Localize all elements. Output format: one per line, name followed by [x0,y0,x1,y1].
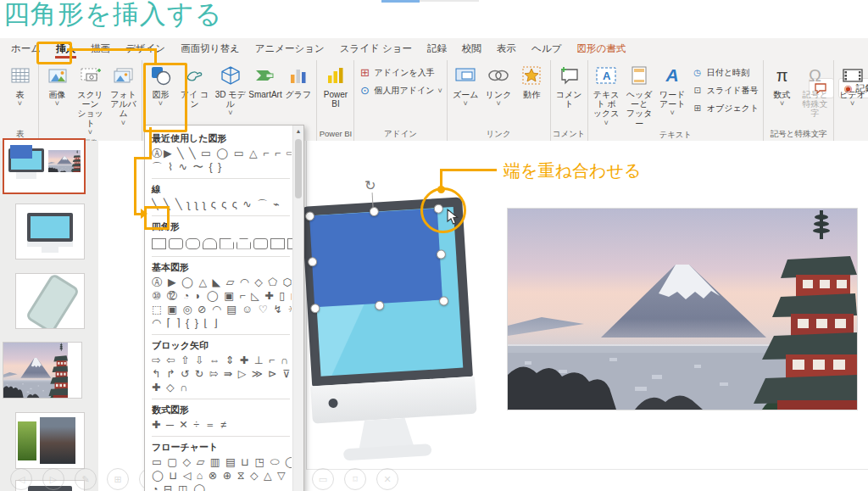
shapes-row[interactable]: ⑩ ⑫ ◔ ◗ ◯ ▣ ⌐ ◺ ✚ ▯ ◻ ▢ [152,289,292,303]
rotation-handle[interactable]: ↻ [364,177,376,194]
selected-rectangle-shape[interactable]: ↻ [309,208,443,309]
thumbnail-photo [3,343,68,398]
shapes-row[interactable]: ⌒ ⌇ ∿ 〜 { } [152,160,292,174]
shapes-row[interactable]: ⬚ ▣ ◎ ⊘ ◠ ▤ ☺ ♡ ↯ ☀ ☾ ☁ [152,303,292,316]
chevron-down-icon: ˅ [780,100,784,108]
tab-図形の書式[interactable]: 図形の書式 [569,39,633,60]
equation-button[interactable]: π 数式 ˅ [765,60,798,127]
symbol-button[interactable]: Ω 記号と 特殊文字 [798,60,832,127]
tab-校閲[interactable]: 校閲 [454,39,489,60]
photo-album-icon [114,63,134,88]
annotation-line [154,48,157,63]
shapes-row[interactable]: ⇨ ⇦ ⇧ ⇩ ⇔ ⇕ ✚ ⊥ ⌐ ∩ ↲ ↳ [152,354,292,367]
object-button[interactable]: ⊞ オブジェクト [689,99,761,117]
ribbon-group-media: ビデオ ˅ オーディオ ˅ 画面 録画 メディア [834,60,868,141]
ribbon-group-addins: ⊞ アドインを入手 ⊙ 個人用アドイン ˅ アドイン [354,60,447,141]
picture-button[interactable]: 画像 ˅ [41,60,74,137]
shape-rectangle-sharp[interactable] [270,238,285,249]
smartart-icon [254,63,276,88]
slide-thumbnail-5[interactable] [15,412,85,469]
shape-rectangle-round2[interactable] [186,238,200,249]
comment-plus-icon [558,63,580,88]
3d-models-button[interactable]: 3D モデル ˅ [212,60,248,127]
shapes-row[interactable]: Ⓐ ▶ ◯ △ ◣ ▱ ◠ ◇ ⬠ ⬡ ⑦ ⑧ [152,276,292,289]
slide-thumbnail-4[interactable] [3,342,82,399]
smartart-button[interactable]: SmartArt [248,60,281,127]
shapes-menu-scrollbar[interactable]: ▲ [292,126,303,491]
photo-album-button[interactable]: フォト アルバム ˅ [107,60,140,137]
zoom-button[interactable]: ズーム ˅ [449,60,482,127]
shape-rectangle-round[interactable] [169,238,183,249]
fuji-pagoda-photo[interactable] [507,208,858,410]
shapes-row[interactable]: Ⓐ▶ ╲ ╲ ▭ ◯ ▭ △ ⌐ ⌐ ⇨ ⇩ [152,147,292,160]
tab-ヘルプ[interactable]: ヘルプ [524,39,569,60]
table-button[interactable]: 表 ˅ [3,60,36,127]
blue-rectangle[interactable] [309,209,442,308]
shape-rectangle-snip[interactable] [220,238,234,249]
wordart-button[interactable]: A ワード アート ˅ [656,60,689,128]
chevron-down-icon: ˅ [497,100,501,108]
slide-thumbnail-2[interactable] [15,204,85,259]
screenshot-button[interactable]: スクリーン ショット ˅ [74,60,107,137]
header-footer-button[interactable]: ヘッダーと フッター [623,60,656,128]
annotation-line [134,157,152,159]
slide-thumbnail-3[interactable] [15,273,85,329]
page-title: 四角形を挿入する [3,0,222,32]
viewer-toolbar-icon[interactable]: ▭ [312,468,334,490]
chevron-down-icon: ˅ [850,100,854,108]
shape-rectangle-round[interactable] [253,238,268,249]
get-addins-button[interactable]: ⊞ アドインを入手 [356,64,444,81]
tab-スライド ショー[interactable]: スライド ショー [332,39,420,60]
viewer-toolbar-icon[interactable]: ✎ [75,468,97,490]
viewer-toolbar-icon[interactable]: ✕ [376,468,398,490]
link-button[interactable]: リンク ˅ [482,60,515,127]
rectangle-shapes-row[interactable] [152,235,292,252]
viewer-toolbar-icon[interactable]: ◁ [10,468,32,490]
chevron-down-icon: ˅ [55,100,59,108]
header-footer-icon [632,63,647,88]
object-icon: ⊞ [692,103,704,113]
viewer-toolbar-icon[interactable]: ⊞ [107,468,129,490]
video-button[interactable]: ビデオ ˅ [836,60,868,127]
powerbi-button[interactable]: Power BI [319,60,352,127]
chevron-down-icon: ˅ [88,129,92,137]
shapes-row[interactable]: ◔ ⊟ ◫ ◯ [152,483,292,491]
shapes-row[interactable]: ◠ ⌈ ⌉ { } ⌊ ⌋ [152,316,292,330]
shape-rectangle-sharp[interactable] [152,238,166,249]
viewer-toolbar-icon[interactable]: ▷ [42,468,64,490]
new-comment-button[interactable]: コメント [553,60,586,127]
person-icon: ⊙ [359,84,370,97]
tab-画面切り替え[interactable]: 画面切り替え [173,39,248,60]
shapes-row[interactable]: ◯ ⊔ ◁ ⌂ ⊗ ⊕ ⧖ ◇ △ ▽ ◖ ▷ [152,469,292,483]
textbox-button[interactable]: A テキスト ボックス ˅ [590,60,623,128]
shapes-row[interactable]: ▭ ▢ ◇ ▱ ▥ ▤ ⊔ ◳ ⬭ ◯ ◁ ▽ [152,455,292,469]
chevron-down-icon: ˅ [464,100,468,108]
slide-number-button[interactable]: ⊡ スライド番号 [689,81,761,99]
shapes-row[interactable]: ╲ ╲ ╲ ʅ ʅ ʅ ς ς ς ∿ ⌒ ⌁ [152,198,292,211]
slide-thumbnail-1-selected[interactable] [3,138,86,194]
scroll-up-icon[interactable]: ▲ [293,126,303,134]
scrollbar-thumb[interactable] [295,139,302,198]
chevron-down-icon: ˅ [228,109,232,117]
viewer-toolbar-icon[interactable]: ⌑ [344,468,366,490]
menu-divider [152,399,290,399]
action-button[interactable]: 動作 [515,60,548,127]
chevron-down-icon: ˅ [670,109,675,117]
chart-button[interactable]: グラフ [281,60,314,127]
shapes-row[interactable]: ↰ ↱ ↺ ↻ ⇰ ⇛ ▷ ≫ ⊳ ⊽ ◁ ◹ [152,367,292,381]
tab-アニメーション[interactable]: アニメーション [248,39,332,60]
date-time-button[interactable]: ◷ 日付と時刻 [689,64,761,81]
shape-rectangle-roundtop[interactable] [203,238,217,249]
menu-divider [152,178,290,179]
shapes-row[interactable]: ✚ ◇ ∩ [152,381,292,394]
menu-divider [152,334,290,335]
tab-記録[interactable]: 記録 [420,39,454,60]
shape-rectangle-snip2[interactable] [236,238,251,249]
shapes-section-title: ブロック矢印 [152,339,292,352]
shapes-row[interactable]: ✚ ─ ✕ ÷ ＝ ≠ [152,418,292,432]
annotation-line [67,48,157,51]
menu-divider [152,256,290,257]
tab-表示[interactable]: 表示 [489,39,524,60]
my-addins-button[interactable]: ⊙ 個人用アドイン ˅ [356,81,444,99]
ribbon-group-powerbi: Power BI Power BI [317,60,354,141]
